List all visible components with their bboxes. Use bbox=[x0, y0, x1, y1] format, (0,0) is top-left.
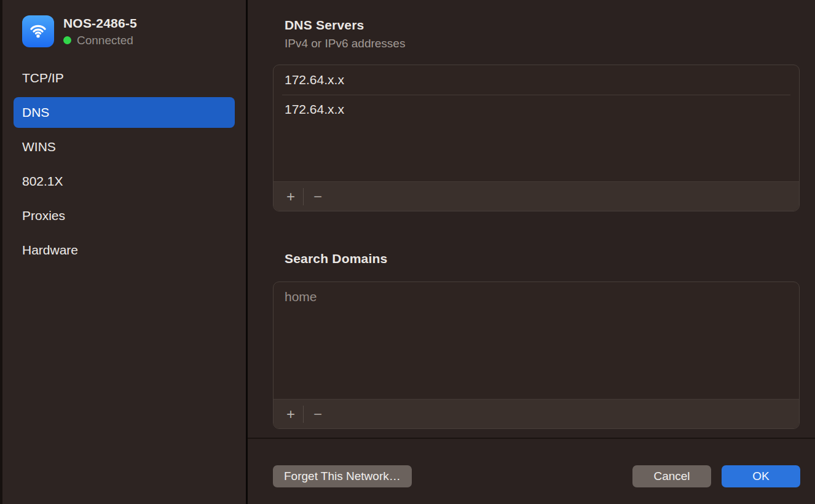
sidebar-item-wins[interactable]: WINS bbox=[14, 132, 235, 162]
search-domains-list-controls: + − bbox=[274, 399, 799, 428]
sidebar-item-proxies[interactable]: Proxies bbox=[14, 200, 235, 231]
dialog-buttons: Cancel OK bbox=[632, 465, 800, 487]
dns-servers-list-controls: + − bbox=[274, 181, 799, 211]
sidebar-item-hardware[interactable]: Hardware bbox=[14, 235, 235, 266]
sidebar-nav: TCP/IP DNS WINS 802.1X Proxies Hardware bbox=[14, 63, 235, 269]
connected-dot-icon bbox=[63, 36, 71, 44]
dns-servers-title: DNS Servers bbox=[285, 18, 364, 33]
forget-network-button[interactable]: Forget This Network… bbox=[273, 465, 412, 487]
wifi-details-window: NOS-2486-5 Connected TCP/IP DNS WINS 802… bbox=[0, 0, 815, 504]
wifi-icon bbox=[22, 15, 54, 47]
footer-divider bbox=[248, 438, 815, 439]
dns-servers-rows: 172.64.x.x 172.64.x.x bbox=[274, 65, 799, 181]
dns-server-row[interactable]: 172.64.x.x bbox=[274, 65, 799, 95]
dns-server-row[interactable]: 172.64.x.x bbox=[274, 95, 799, 124]
remove-dns-server-button[interactable]: − bbox=[304, 183, 332, 210]
dns-settings-panel: DNS Servers IPv4 or IPv6 addresses 172.6… bbox=[248, 0, 815, 504]
window-edge bbox=[0, 0, 2, 504]
sidebar: NOS-2486-5 Connected TCP/IP DNS WINS 802… bbox=[0, 0, 246, 504]
ok-button[interactable]: OK bbox=[722, 465, 800, 487]
network-status: Connected bbox=[63, 34, 137, 47]
sidebar-item-dns[interactable]: DNS bbox=[14, 97, 235, 128]
remove-search-domain-button[interactable]: − bbox=[304, 401, 332, 428]
search-domains-title: Search Domains bbox=[285, 251, 387, 266]
network-info: NOS-2486-5 Connected bbox=[63, 16, 137, 47]
cancel-button[interactable]: Cancel bbox=[632, 465, 711, 487]
network-name: NOS-2486-5 bbox=[63, 16, 137, 31]
dns-servers-list: 172.64.x.x 172.64.x.x + − bbox=[273, 65, 800, 211]
search-domains-list: home + − bbox=[273, 282, 800, 429]
search-domains-rows: home bbox=[274, 282, 799, 399]
dns-servers-subtitle: IPv4 or IPv6 addresses bbox=[285, 37, 405, 50]
sidebar-item-tcpip[interactable]: TCP/IP bbox=[14, 63, 235, 93]
network-status-label: Connected bbox=[77, 34, 133, 47]
add-search-domain-button[interactable]: + bbox=[278, 401, 303, 428]
search-domain-row[interactable]: home bbox=[274, 282, 799, 312]
network-header: NOS-2486-5 Connected bbox=[22, 15, 137, 47]
add-dns-server-button[interactable]: + bbox=[278, 183, 303, 210]
sidebar-item-8021x[interactable]: 802.1X bbox=[14, 166, 235, 197]
